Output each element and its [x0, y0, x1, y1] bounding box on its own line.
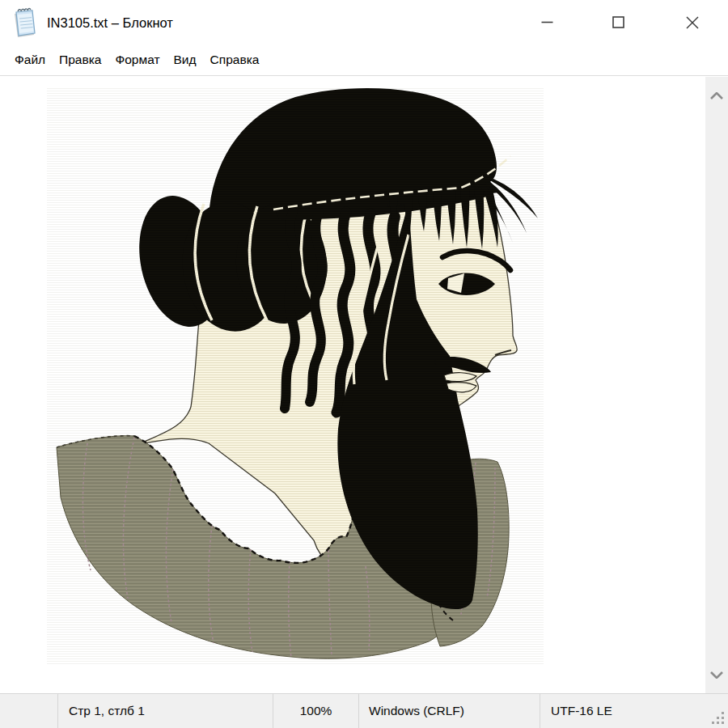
chevron-up-icon	[710, 92, 723, 99]
vertical-scrollbar[interactable]	[705, 77, 728, 693]
menu-help[interactable]: Справка	[204, 44, 266, 75]
minimize-icon	[541, 21, 553, 23]
maximize-icon	[612, 16, 624, 28]
scroll-up-button[interactable]	[705, 83, 728, 108]
status-line-ending: Windows (CRLF)	[359, 694, 540, 728]
status-cursor-position: Стр 1, стлб 1	[58, 694, 273, 728]
status-encoding: UTF-16 LE	[540, 694, 728, 728]
text-area[interactable]	[0, 77, 705, 693]
minimize-button[interactable]	[528, 0, 566, 44]
menu-bar: Файл Правка Формат Вид Справка	[0, 44, 728, 76]
menu-format[interactable]: Формат	[108, 44, 166, 75]
menu-edit[interactable]: Правка	[53, 44, 108, 75]
notepad-window: IN3105.txt – Блокнот Файл Правка Формат …	[0, 0, 728, 728]
window-title: IN3105.txt – Блокнот	[47, 0, 173, 44]
status-spacer	[0, 694, 58, 728]
maximize-button[interactable]	[599, 0, 637, 44]
greek-portrait-artwork	[0, 77, 705, 693]
menu-file[interactable]: Файл	[8, 44, 52, 75]
notepad-icon	[10, 7, 39, 40]
dither-overlay	[47, 87, 544, 666]
close-icon	[686, 16, 699, 29]
title-bar: IN3105.txt – Блокнот	[0, 0, 728, 44]
close-button[interactable]	[673, 0, 711, 44]
menu-view[interactable]: Вид	[167, 44, 203, 75]
chevron-down-icon	[710, 671, 723, 679]
scroll-down-button[interactable]	[705, 662, 728, 687]
status-zoom-level: 100%	[273, 694, 359, 728]
status-bar: Стр 1, стлб 1 100% Windows (CRLF) UTF-16…	[0, 693, 728, 728]
resize-grip[interactable]	[711, 711, 726, 726]
